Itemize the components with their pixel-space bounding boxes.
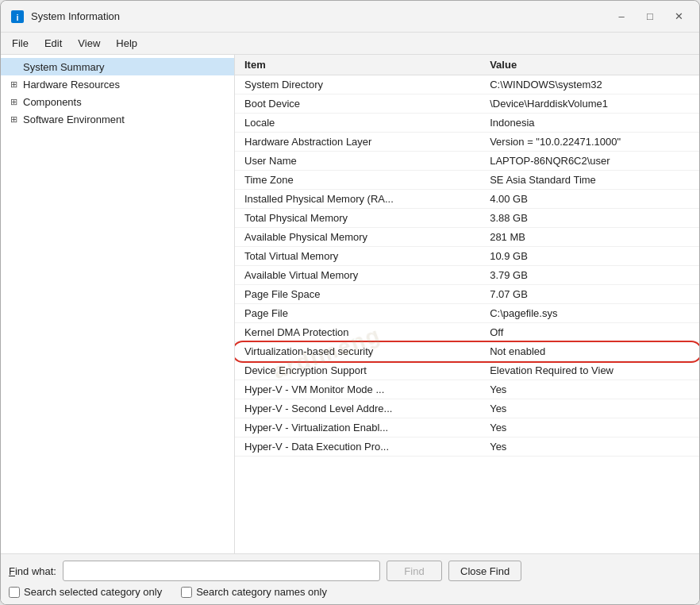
menu-view[interactable]: View [70,34,108,52]
table-cell-item: Available Physical Memory [235,228,480,247]
window-controls: – □ ✕ [610,6,690,28]
find-input[interactable] [63,561,380,581]
sidebar-item-system-summary[interactable]: System Summary [1,58,234,75]
info-table: Item Value System DirectoryC:\WINDOWS\sy… [235,55,699,457]
sidebar-item-components[interactable]: ⊞ Components [1,93,234,110]
table-row[interactable]: Time ZoneSE Asia Standard Time [235,171,699,190]
table-cell-value: Yes [480,380,699,399]
sidebar-label-components: Components [23,96,228,108]
table-row[interactable]: Device Encryption SupportElevation Requi… [235,361,699,380]
menu-bar: File Edit View Help [1,33,699,55]
table-row[interactable]: Hyper-V - Data Execution Pro...Yes [235,437,699,457]
menu-edit[interactable]: Edit [37,34,70,52]
table-cell-value: 281 MB [480,228,699,247]
table-cell-item: Device Encryption Support [235,361,480,380]
table-cell-value: 3.88 GB [480,209,699,228]
table-cell-value: 3.79 GB [480,266,699,285]
minimize-button[interactable]: – [610,6,633,28]
expand-icon-hardware: ⊞ [7,78,20,91]
table-cell-value: Yes [480,399,699,418]
table-cell-value: Version = "10.0.22471.1000" [480,133,699,152]
table-cell-item: Locale [235,114,480,133]
table-cell-item: Page File Space [235,285,480,304]
sidebar-label-system-summary: System Summary [23,61,228,73]
column-item: Item [235,55,480,75]
table-cell-value: C:\pagefile.sys [480,304,699,323]
sidebar-item-hardware-resources[interactable]: ⊞ Hardware Resources [1,75,234,93]
table-row[interactable]: Page FileC:\pagefile.sys [235,304,699,323]
table-row[interactable]: Page File Space7.07 GB [235,285,699,304]
table-cell-item: Time Zone [235,171,480,190]
table-cell-item: Hyper-V - Data Execution Pro... [235,437,480,457]
expand-icon-software: ⊞ [7,113,20,125]
table-area: Item Value System DirectoryC:\WINDOWS\sy… [235,55,699,553]
table-cell-item: Total Physical Memory [235,209,480,228]
sidebar: System Summary ⊞ Hardware Resources ⊞ Co… [1,55,235,553]
table-cell-value: Elevation Required to View [480,361,699,380]
table-cell-value: Yes [480,437,699,457]
table-row[interactable]: Hyper-V - VM Monitor Mode ...Yes [235,380,699,399]
table-cell-item: Hyper-V - Second Level Addre... [235,399,480,418]
table-cell-item: Hyper-V - Virtualization Enabl... [235,418,480,437]
search-selected-category-text: Search selected category only [24,586,162,598]
table-row[interactable]: Available Physical Memory281 MB [235,228,699,247]
table-cell-value: Yes [480,418,699,437]
table-cell-value: 10.9 GB [480,247,699,266]
close-button[interactable]: ✕ [667,6,690,28]
window-title: System Information [31,10,610,22]
expand-icon-components: ⊞ [7,95,20,108]
table-cell-item: Boot Device [235,94,480,114]
table-cell-item: Hyper-V - VM Monitor Mode ... [235,380,480,399]
find-row: Find what: Find Close Find [9,561,691,581]
sidebar-label-hardware-resources: Hardware Resources [23,79,228,91]
table-row[interactable]: Available Virtual Memory3.79 GB [235,266,699,285]
sidebar-label-software-environment: Software Environment [23,114,228,125]
menu-help[interactable]: Help [108,34,145,52]
table-cell-item: Page File [235,304,480,323]
search-category-names-checkbox[interactable] [181,587,192,598]
table-row[interactable]: Hyper-V - Second Level Addre...Yes [235,399,699,418]
table-cell-value: \Device\HarddiskVolume1 [480,94,699,114]
close-find-button[interactable]: Close Find [448,561,521,581]
table-cell-item: Virtualization-based security [235,342,480,361]
table-cell-value: SE Asia Standard Time [480,171,699,190]
table-cell-item: Available Virtual Memory [235,266,480,285]
table-cell-value: LAPTOP-86NQR6C2\user [480,152,699,171]
find-button[interactable]: Find [387,561,442,581]
search-selected-category-label[interactable]: Search selected category only [9,586,162,598]
table-row[interactable]: Hyper-V - Virtualization Enabl...Yes [235,418,699,437]
table-row[interactable]: Installed Physical Memory (RA...4.00 GB [235,190,699,209]
table-cell-item: Kernel DMA Protection [235,323,480,342]
table-cell-item: Total Virtual Memory [235,247,480,266]
checkbox-row: Search selected category only Search cat… [9,586,691,598]
table-row[interactable]: LocaleIndonesia [235,114,699,133]
table-row[interactable]: Kernel DMA ProtectionOff [235,323,699,342]
table-cell-item: System Directory [235,75,480,94]
expand-icon [7,60,20,73]
bottom-bar: Find what: Find Close Find Search select… [1,553,699,604]
menu-file[interactable]: File [4,34,37,52]
sidebar-item-software-environment[interactable]: ⊞ Software Environment [1,110,234,128]
table-row[interactable]: Total Virtual Memory10.9 GB [235,247,699,266]
table-row[interactable]: System DirectoryC:\WINDOWS\system32 [235,75,699,94]
table-cell-item: Installed Physical Memory (RA... [235,190,480,209]
table-row[interactable]: Virtualization-based securityNot enabled [235,342,699,361]
search-category-names-text: Search category names only [196,586,327,598]
table-cell-item: User Name [235,152,480,171]
find-label: Find what: [9,565,56,577]
column-value: Value [480,55,699,75]
main-window: i System Information – □ ✕ File Edit Vie… [0,0,700,605]
table-cell-item: Hardware Abstraction Layer [235,133,480,152]
search-category-names-label[interactable]: Search category names only [181,586,327,598]
maximize-button[interactable]: □ [639,6,661,28]
table-cell-value: Off [480,323,699,342]
table-cell-value: Not enabled [480,342,699,361]
table-row[interactable]: Hardware Abstraction LayerVersion = "10.… [235,133,699,152]
app-icon: i [10,10,25,24]
table-row[interactable]: Boot Device\Device\HarddiskVolume1 [235,94,699,114]
search-selected-category-checkbox[interactable] [9,587,20,598]
table-row[interactable]: Total Physical Memory3.88 GB [235,209,699,228]
svg-text:i: i [16,13,18,22]
table-row[interactable]: User NameLAPTOP-86NQR6C2\user [235,152,699,171]
data-table[interactable]: Item Value System DirectoryC:\WINDOWS\sy… [235,55,699,553]
